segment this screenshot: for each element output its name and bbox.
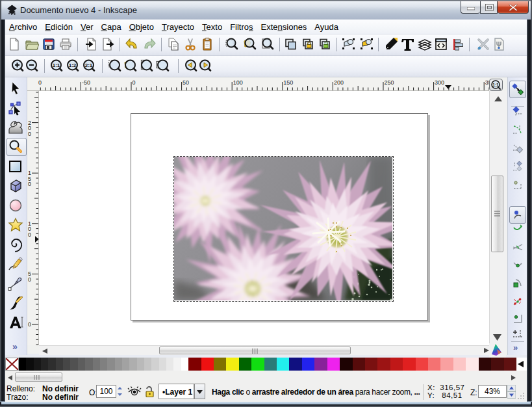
svg-text:50: 50	[183, 79, 189, 86]
svg-text:1:1: 1:1	[492, 83, 499, 87]
svg-text:2:1: 2:1	[85, 62, 93, 68]
svg-text:200: 200	[334, 79, 344, 86]
svg-text:100: 100	[233, 79, 243, 86]
svg-text:0: 0	[28, 231, 31, 238]
svg-text:300: 300	[435, 79, 444, 86]
svg-text:1:1: 1:1	[53, 62, 60, 68]
svg-text:150: 150	[283, 79, 293, 86]
svg-text:-50: -50	[82, 79, 90, 86]
svg-text:0: 0	[28, 321, 31, 328]
svg-text:0: 0	[28, 276, 31, 283]
svg-text:0: 0	[28, 181, 31, 187]
svg-text:250: 250	[385, 79, 394, 86]
svg-text:1:2: 1:2	[69, 62, 77, 68]
svg-text:0: 0	[133, 79, 136, 86]
svg-text:0: 0	[38, 79, 42, 86]
svg-text:0: 0	[28, 131, 31, 137]
